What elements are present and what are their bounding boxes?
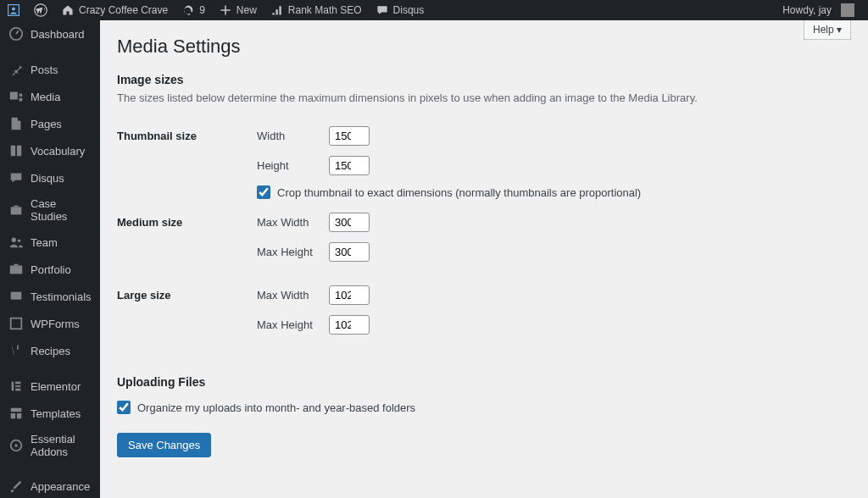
users-icon bbox=[8, 235, 24, 250]
sidebar-item-label: Elementor bbox=[31, 380, 81, 393]
sidebar-item-label: Testimonials bbox=[31, 290, 92, 303]
adminbar-site-name[interactable]: Crazy Coffee Crave bbox=[54, 0, 175, 20]
disqus-label: Disqus bbox=[393, 4, 425, 16]
large-width-input[interactable] bbox=[329, 285, 370, 305]
adminbar-rankmath[interactable]: Rank Math SEO bbox=[264, 0, 369, 20]
thumbnail-label: Thumbnail size bbox=[117, 119, 257, 206]
sidebar-item-testimonials[interactable]: Testimonials bbox=[0, 283, 100, 310]
save-button[interactable]: Save Changes bbox=[117, 433, 211, 457]
adminbar-updates[interactable]: 9 bbox=[175, 0, 212, 20]
uploading-heading: Uploading Files bbox=[117, 375, 851, 389]
sidebar-item-templates[interactable]: Templates bbox=[0, 400, 100, 427]
medium-label: Medium size bbox=[117, 206, 257, 279]
dashboard-icon bbox=[8, 26, 24, 42]
svg-rect-14 bbox=[11, 408, 22, 412]
maxheight-label: Max Height bbox=[257, 246, 320, 258]
sidebar-item-label: Case Studies bbox=[31, 197, 93, 223]
sidebar-item-posts[interactable]: Posts bbox=[0, 56, 100, 83]
media-icon bbox=[8, 89, 24, 104]
sidebar-item-label: Essential Addons bbox=[31, 433, 93, 458]
sidebar-item-team[interactable]: Team bbox=[0, 229, 100, 256]
site-name-label: Crazy Coffee Crave bbox=[79, 4, 168, 16]
crop-checkbox[interactable] bbox=[257, 185, 270, 199]
sidebar-item-label: Templates bbox=[31, 407, 81, 420]
svg-rect-4 bbox=[11, 207, 22, 214]
elementor-icon bbox=[8, 379, 24, 394]
chart-icon bbox=[270, 3, 284, 17]
svg-rect-11 bbox=[15, 382, 20, 385]
adminbar-account[interactable]: Howdy, jay bbox=[776, 0, 861, 20]
howdy-label: Howdy, jay bbox=[782, 4, 832, 16]
sidebar-item-label: Disqus bbox=[31, 172, 64, 185]
svg-point-1 bbox=[12, 7, 15, 10]
sidebar-item-case-studies[interactable]: Case Studies bbox=[0, 191, 100, 229]
svg-rect-9 bbox=[11, 318, 22, 329]
svg-rect-10 bbox=[12, 382, 14, 391]
sidebar-item-portfolio[interactable]: Portfolio bbox=[0, 256, 100, 283]
adminbar-new[interactable]: New bbox=[212, 0, 264, 20]
briefcase-icon bbox=[8, 202, 24, 218]
height-label: Height bbox=[257, 159, 320, 172]
admin-sidebar: Dashboard Posts Media Pages Vocabulary D… bbox=[0, 20, 100, 498]
thumbnail-height-input[interactable] bbox=[329, 156, 370, 175]
form-icon bbox=[8, 316, 24, 331]
sidebar-item-media[interactable]: Media bbox=[0, 83, 100, 110]
svg-rect-13 bbox=[15, 389, 20, 391]
large-height-input[interactable] bbox=[329, 315, 370, 335]
help-tab[interactable]: Help ▾ bbox=[804, 20, 851, 40]
image-sizes-heading: Image sizes bbox=[117, 73, 851, 86]
organize-checkbox[interactable] bbox=[117, 401, 131, 414]
rankmath-label: Rank Math SEO bbox=[288, 4, 362, 16]
sidebar-item-wpforms[interactable]: WPForms bbox=[0, 310, 100, 337]
comment-icon bbox=[376, 3, 389, 17]
pin-icon bbox=[8, 62, 24, 77]
svg-rect-16 bbox=[17, 413, 21, 418]
adminbar-wp-logo[interactable] bbox=[27, 0, 54, 20]
avatar bbox=[841, 3, 854, 17]
sidebar-item-essential-addons[interactable]: Essential Addons bbox=[0, 427, 100, 464]
medium-width-input[interactable] bbox=[329, 213, 370, 232]
image-sizes-desc: The sizes listed below determine the max… bbox=[117, 91, 851, 104]
maxheight-label: Max Height bbox=[257, 318, 320, 331]
svg-point-5 bbox=[12, 238, 16, 242]
svg-rect-8 bbox=[11, 292, 22, 300]
sidebar-item-dashboard[interactable]: Dashboard bbox=[0, 20, 100, 47]
page-title: Media Settings bbox=[117, 36, 851, 58]
sidebar-item-label: Media bbox=[31, 91, 60, 103]
home-icon bbox=[61, 3, 75, 17]
svg-point-18 bbox=[14, 444, 18, 447]
portfolio-icon bbox=[8, 262, 24, 277]
help-label: Help bbox=[813, 24, 834, 36]
svg-rect-15 bbox=[11, 413, 15, 418]
medium-height-input[interactable] bbox=[329, 242, 370, 262]
sidebar-item-label: WPForms bbox=[31, 318, 80, 330]
plus-icon bbox=[219, 3, 232, 17]
sidebar-item-label: Pages bbox=[31, 118, 62, 130]
svg-rect-7 bbox=[10, 266, 22, 274]
utensils-icon bbox=[8, 343, 24, 358]
updates-count: 9 bbox=[199, 4, 205, 16]
template-icon bbox=[8, 406, 24, 421]
thumbnail-width-input[interactable] bbox=[329, 126, 370, 146]
large-label: Large size bbox=[117, 279, 257, 351]
wordpress-icon bbox=[34, 3, 47, 17]
sidebar-item-disqus[interactable]: Disqus bbox=[0, 164, 100, 191]
svg-point-6 bbox=[18, 239, 21, 242]
sidebar-item-label: Posts bbox=[31, 64, 58, 76]
sidebar-item-elementor[interactable]: Elementor bbox=[0, 373, 100, 400]
new-label: New bbox=[236, 4, 257, 16]
adminbar-disqus[interactable]: Disqus bbox=[369, 0, 431, 20]
adminbar-profile-icon[interactable] bbox=[0, 0, 27, 20]
organize-label: Organize my uploads into month- and year… bbox=[137, 401, 415, 414]
sidebar-item-label: Vocabulary bbox=[31, 145, 85, 158]
sidebar-item-recipes[interactable]: Recipes bbox=[0, 337, 100, 364]
maxwidth-label: Max Width bbox=[257, 216, 320, 229]
crop-label: Crop thumbnail to exact dimensions (norm… bbox=[277, 186, 641, 199]
sidebar-item-label: Dashboard bbox=[31, 28, 85, 41]
sidebar-item-label: Recipes bbox=[31, 345, 70, 357]
sidebar-item-appearance[interactable]: Appearance bbox=[0, 473, 100, 498]
sidebar-item-vocabulary[interactable]: Vocabulary bbox=[0, 137, 100, 164]
brush-icon bbox=[8, 479, 24, 494]
sidebar-item-pages[interactable]: Pages bbox=[0, 110, 100, 137]
width-label: Width bbox=[257, 130, 320, 142]
